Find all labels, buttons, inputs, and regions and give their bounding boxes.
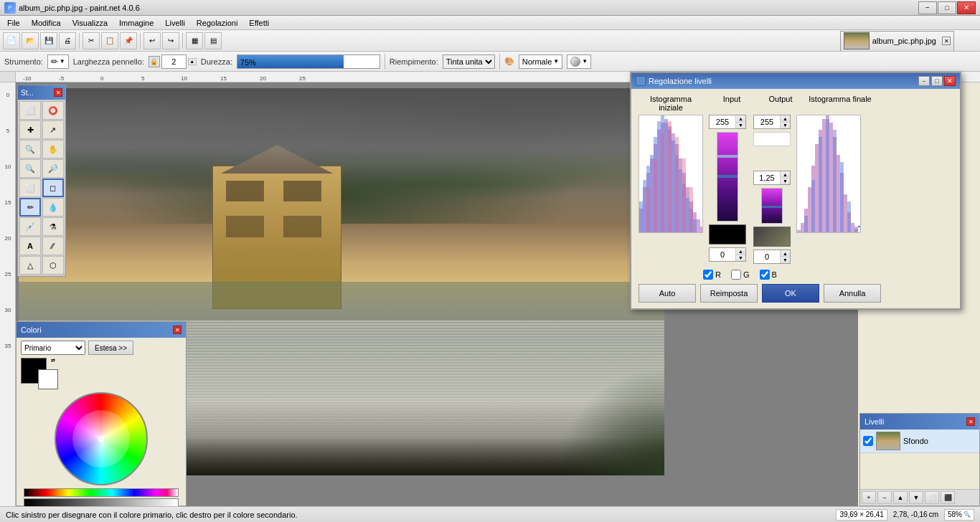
- annulla-button[interactable]: Annulla: [824, 284, 881, 303]
- svg-rect-41: [664, 123, 668, 233]
- tool-selector[interactable]: ✏ ▼: [47, 54, 69, 69]
- gamma-down[interactable]: ▼: [781, 179, 790, 185]
- output-max-down[interactable]: ▼: [781, 123, 790, 129]
- auto-button[interactable]: Auto: [639, 284, 696, 303]
- paste-button[interactable]: 📌: [120, 32, 137, 49]
- menu-immagine[interactable]: Immagine: [113, 16, 159, 29]
- layers-close-icon[interactable]: ✕: [966, 417, 975, 426]
- rainbow-strip[interactable]: [24, 488, 179, 497]
- ruler-button[interactable]: ▤: [204, 32, 222, 49]
- tool-shapes[interactable]: △: [19, 256, 41, 275]
- output-max-value[interactable]: [754, 118, 780, 126]
- toolbox-grid: ⬜ ⭕ ✚ ↗ 🔍 ✋ 🔍 🔎 ⬜ ◻ ✏ 💧 💉 ⚗ A ⁄⁄ △ ⬡: [18, 100, 65, 276]
- dialog-maximize-button[interactable]: □: [931, 76, 943, 86]
- layer-add-button[interactable]: +: [862, 491, 876, 504]
- tool-rect-select[interactable]: ⬜: [19, 101, 41, 120]
- input-max-up[interactable]: ▲: [736, 115, 745, 123]
- menu-livelli[interactable]: Livelli: [159, 16, 191, 29]
- menu-modifica[interactable]: Modifica: [26, 16, 67, 29]
- undo-button[interactable]: ↩: [143, 32, 161, 49]
- layer-remove-button[interactable]: −: [877, 491, 892, 504]
- output-min-up[interactable]: ▲: [781, 250, 790, 257]
- blend-mode-selector[interactable]: Normale ▼: [519, 54, 563, 69]
- opacity-control[interactable]: ▼: [567, 54, 591, 69]
- tool-text[interactable]: A: [19, 237, 41, 255]
- g-checkbox[interactable]: [731, 270, 741, 280]
- layer-up-button[interactable]: ▲: [893, 491, 908, 504]
- estesa-button[interactable]: Estesa >>: [88, 341, 133, 355]
- tool-gradient[interactable]: ⬡: [42, 256, 64, 275]
- tool-magic-wand[interactable]: 🔍: [19, 140, 41, 158]
- colors-close-icon[interactable]: ✕: [173, 326, 182, 334]
- tool-paint[interactable]: 🔍: [19, 159, 41, 178]
- input-max-down[interactable]: ▼: [736, 123, 745, 129]
- tool-scroll[interactable]: ✋: [42, 140, 64, 158]
- dialog-minimize-button[interactable]: −: [918, 76, 930, 86]
- svg-rect-82: [854, 227, 858, 233]
- tool-fill[interactable]: 💧: [42, 198, 64, 217]
- tool-zoom[interactable]: ↗: [42, 120, 64, 139]
- layer-visibility-checkbox[interactable]: [863, 436, 873, 446]
- toolbox-close-icon[interactable]: ✕: [54, 88, 62, 97]
- tool-color-pick[interactable]: 🔎: [42, 159, 64, 178]
- input-min-up[interactable]: ▲: [736, 248, 745, 255]
- input-max-value[interactable]: [710, 118, 735, 126]
- tool-move[interactable]: ✚: [19, 120, 41, 139]
- sep-opts2: [499, 54, 500, 70]
- tool-eyedropper[interactable]: 💉: [19, 217, 41, 236]
- dialog-close-button[interactable]: ✕: [944, 76, 956, 86]
- reimposta-button[interactable]: Reimposta: [700, 284, 758, 303]
- cut-button[interactable]: ✂: [83, 32, 100, 49]
- layer-dup-button[interactable]: ⬜: [925, 491, 939, 504]
- svg-rect-51: [654, 158, 657, 233]
- print-button[interactable]: 🖨: [59, 32, 76, 49]
- riempimento-select[interactable]: Tinta unita: [443, 54, 495, 69]
- minimize-button[interactable]: −: [918, 1, 937, 14]
- redo-button[interactable]: ↪: [162, 32, 179, 49]
- maximize-button[interactable]: □: [938, 1, 956, 14]
- tool-clone[interactable]: ◻: [42, 179, 64, 197]
- open-button[interactable]: 📂: [22, 32, 39, 49]
- menu-effetti[interactable]: Effetti: [243, 16, 275, 29]
- tool-eyedrop2[interactable]: ⚗: [42, 217, 64, 236]
- copy-button[interactable]: 📋: [101, 32, 118, 49]
- input-min-value[interactable]: [710, 250, 735, 259]
- image-tab[interactable]: album_pic.php.jpg ✕: [840, 31, 954, 51]
- close-button[interactable]: ✕: [957, 1, 976, 14]
- tool-lines[interactable]: ⁄⁄: [42, 237, 64, 255]
- output-slider[interactable]: [762, 206, 782, 208]
- input-slider2[interactable]: [717, 155, 738, 158]
- tool-pencil[interactable]: ✏: [19, 198, 41, 217]
- color-wheel-container[interactable]: [55, 392, 148, 485]
- b-checkbox[interactable]: [760, 270, 770, 280]
- output-channel-bar[interactable]: [761, 188, 783, 224]
- gamma-up[interactable]: ▲: [781, 171, 790, 179]
- layer-down-button[interactable]: ▼: [909, 491, 923, 504]
- width-spinner-up[interactable]: ▲: [188, 58, 197, 65]
- gamma-value[interactable]: [754, 174, 780, 182]
- tool-eraser[interactable]: ⬜: [19, 179, 41, 197]
- input-slider[interactable]: [717, 175, 738, 178]
- grid-button[interactable]: ▦: [186, 32, 203, 49]
- output-min-down[interactable]: ▼: [781, 257, 790, 264]
- zoom-control[interactable]: 58% 🔍: [944, 509, 974, 521]
- menu-file[interactable]: File: [1, 16, 26, 29]
- menu-visualizza[interactable]: Visualizza: [67, 16, 113, 29]
- tool-lasso[interactable]: ⭕: [42, 101, 64, 120]
- input-min-down[interactable]: ▼: [736, 255, 745, 262]
- output-min-value[interactable]: [754, 252, 780, 261]
- tab-close-icon[interactable]: ✕: [942, 37, 951, 45]
- menu-regolazioni[interactable]: Regolazioni: [191, 16, 243, 29]
- layer-merge-button[interactable]: ⬛: [941, 491, 955, 504]
- swap-icon[interactable]: ⇄: [51, 358, 58, 365]
- input-channel-bar[interactable]: [717, 132, 738, 222]
- new-button[interactable]: 📄: [3, 32, 20, 49]
- color-mode-select[interactable]: Primario: [21, 341, 85, 355]
- width-input[interactable]: [161, 54, 187, 69]
- save-button[interactable]: 💾: [40, 32, 57, 49]
- width-lock-icon: 🔒: [149, 56, 160, 67]
- output-max-up[interactable]: ▲: [781, 115, 790, 123]
- secondary-swatch[interactable]: [38, 369, 58, 389]
- r-checkbox[interactable]: [703, 270, 713, 280]
- ok-button[interactable]: OK: [762, 284, 819, 303]
